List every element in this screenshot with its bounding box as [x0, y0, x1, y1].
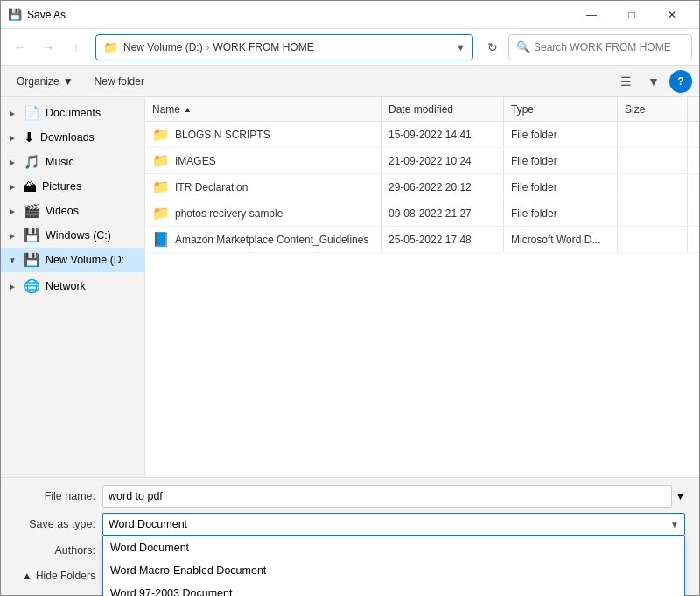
- file-type-cell: File folder: [504, 174, 618, 200]
- expand-icon: ►: [8, 133, 18, 143]
- file-list-container: Name ▲ Date modified Type Size 📁 BLOGS N…: [145, 97, 699, 477]
- address-box[interactable]: 📁 New Volume (D:) › WORK FROM HOME ▼: [95, 34, 473, 60]
- sidebar-item-downloads[interactable]: ► ⬇ Downloads: [1, 125, 144, 150]
- back-button[interactable]: ←: [8, 35, 32, 60]
- maximize-button[interactable]: □: [612, 1, 652, 29]
- file-name-text: IMAGES: [175, 155, 216, 167]
- search-icon: 🔍: [516, 40, 530, 53]
- table-row[interactable]: 📁 photos recivery sample 09-08-2022 21:2…: [145, 200, 699, 227]
- organize-chevron-icon: ▼: [63, 75, 74, 88]
- help-button[interactable]: ?: [669, 70, 692, 93]
- file-size-cell: [618, 148, 688, 173]
- savetype-chevron-icon: ▼: [670, 520, 679, 529]
- refresh-button[interactable]: ↻: [480, 35, 505, 60]
- file-name-cell: 📁 ITR Declaration: [145, 174, 382, 200]
- bottom-left: ▲ Hide Folders: [15, 566, 102, 585]
- new-folder-button[interactable]: New folder: [86, 69, 153, 94]
- sidebar-item-label-music: Music: [46, 156, 74, 168]
- authors-label: Authors:: [15, 544, 102, 557]
- file-rows-container: 📁 BLOGS N SCRIPTS 15-09-2022 14:41 File …: [145, 122, 699, 253]
- address-path-root: New Volume (D:): [123, 41, 203, 53]
- dropdown-item[interactable]: Word Document: [103, 536, 684, 559]
- file-type-cell: Microsoft Word D...: [504, 227, 618, 252]
- file-icon: 📁: [152, 126, 170, 143]
- main-content: ► 📄 Documents ► ⬇ Downloads ► 🎵 Music ► …: [1, 97, 699, 477]
- address-folder-icon: 📁: [103, 40, 118, 54]
- file-name-text: ITR Declaration: [175, 181, 248, 193]
- sidebar-item-pictures[interactable]: ► 🏔 Pictures: [1, 174, 144, 199]
- minimize-button[interactable]: —: [571, 1, 612, 29]
- dropdown-item[interactable]: Word Macro-Enabled Document: [103, 559, 684, 582]
- organize-button[interactable]: Organize ▼: [8, 69, 82, 94]
- savetype-value: Word Document: [108, 518, 187, 530]
- sidebar-item-documents[interactable]: ► 📄 Documents: [1, 101, 144, 125]
- network-icon: 🌐: [24, 278, 40, 294]
- toolbar-row: Organize ▼ New folder ☰ ▼ ?: [1, 66, 699, 97]
- col-header-type[interactable]: Type: [504, 97, 618, 121]
- search-box: 🔍: [508, 34, 692, 60]
- table-row[interactable]: 📁 IMAGES 21-09-2022 10:24 File folder: [145, 148, 699, 174]
- view-dropdown-button[interactable]: ▼: [641, 69, 666, 94]
- file-date-cell: 29-06-2022 20:12: [382, 174, 504, 200]
- col-header-date[interactable]: Date modified: [382, 97, 504, 121]
- new-volume-d-icon: 💾: [24, 252, 40, 268]
- address-path: New Volume (D:) › WORK FROM HOME: [123, 41, 314, 53]
- pictures-icon: 🏔: [24, 179, 37, 194]
- savetype-dropdown-list: Word DocumentWord Macro-Enabled Document…: [102, 536, 685, 596]
- file-list-header: Name ▲ Date modified Type Size: [145, 97, 699, 122]
- address-bar-row: ← → ↑ 📁 New Volume (D:) › WORK FROM HOME…: [1, 29, 699, 66]
- up-button[interactable]: ↑: [64, 35, 88, 60]
- expand-icon: ►: [8, 231, 18, 241]
- organize-label: Organize: [17, 75, 60, 88]
- dialog-icon: 💾: [8, 8, 22, 22]
- file-type-cell: File folder: [504, 200, 618, 226]
- sidebar-item-label-windows-c: Windows (C:): [46, 229, 111, 242]
- file-icon: 📁: [152, 179, 170, 195]
- expand-icon: ►: [8, 182, 18, 192]
- file-name-cell: 📁 BLOGS N SCRIPTS: [145, 122, 382, 147]
- sort-arrow-icon: ▲: [184, 105, 192, 114]
- file-name-text: photos recivery sample: [175, 207, 283, 220]
- address-chevron-icon[interactable]: ▼: [456, 42, 466, 53]
- sidebar-item-label-documents: Documents: [46, 107, 101, 119]
- sidebar-item-videos[interactable]: ► 🎬 Videos: [1, 199, 144, 223]
- file-date-cell: 21-09-2022 10:24: [382, 148, 504, 173]
- file-type-cell: File folder: [504, 148, 618, 173]
- col-header-size[interactable]: Size: [618, 97, 688, 121]
- filename-row: File name: ▼: [15, 485, 685, 508]
- file-icon: 📘: [152, 231, 170, 248]
- file-date-cell: 09-08-2022 21:27: [382, 200, 504, 226]
- sidebar-item-windows-c[interactable]: ► 💾 Windows (C:): [1, 223, 144, 248]
- hide-folders-button[interactable]: ▲ Hide Folders: [15, 566, 102, 585]
- forward-button[interactable]: →: [36, 35, 60, 60]
- sidebar-item-label-downloads: Downloads: [40, 131, 94, 144]
- sidebar-item-label-pictures: Pictures: [42, 180, 81, 193]
- col-header-name[interactable]: Name ▲: [145, 97, 382, 121]
- filename-input[interactable]: [102, 485, 672, 508]
- view-button[interactable]: ☰: [613, 69, 638, 94]
- search-input[interactable]: [534, 41, 684, 53]
- hide-folders-chevron-icon: ▲: [22, 570, 32, 582]
- sidebar-item-label-network: Network: [46, 280, 86, 292]
- table-row[interactable]: 📘 Amazon Marketplace Content_Guidelines …: [145, 227, 699, 253]
- file-name-cell: 📁 IMAGES: [145, 148, 382, 173]
- close-button[interactable]: ✕: [652, 1, 692, 29]
- bottom-section: File name: ▼ Save as type: Word Document…: [1, 477, 699, 595]
- dropdown-item[interactable]: Word 97-2003 Document: [103, 582, 684, 596]
- sidebar-item-network[interactable]: ► 🌐 Network: [1, 274, 144, 298]
- table-row[interactable]: 📁 BLOGS N SCRIPTS 15-09-2022 14:41 File …: [145, 122, 699, 148]
- savetype-dropdown[interactable]: Word Document ▼: [102, 513, 685, 536]
- toolbar-right: ☰ ▼ ?: [613, 69, 692, 94]
- dialog-title: Save As: [27, 9, 571, 21]
- expand-icon: ►: [8, 282, 18, 291]
- sidebar-item-music[interactable]: ► 🎵 Music: [1, 150, 144, 174]
- title-bar: 💾 Save As — □ ✕: [1, 1, 699, 29]
- file-name-cell: 📘 Amazon Marketplace Content_Guidelines: [145, 227, 382, 252]
- filename-chevron-icon[interactable]: ▼: [676, 491, 685, 501]
- save-as-dialog: 💾 Save As — □ ✕ ← → ↑ 📁 New Volume (D:) …: [0, 0, 700, 596]
- expand-icon: ►: [8, 109, 18, 118]
- documents-icon: 📄: [24, 105, 40, 121]
- file-date-cell: 25-05-2022 17:48: [382, 227, 504, 252]
- table-row[interactable]: 📁 ITR Declaration 29-06-2022 20:12 File …: [145, 174, 699, 200]
- sidebar-item-new-volume-d[interactable]: ▼ 💾 New Volume (D:: [1, 248, 144, 272]
